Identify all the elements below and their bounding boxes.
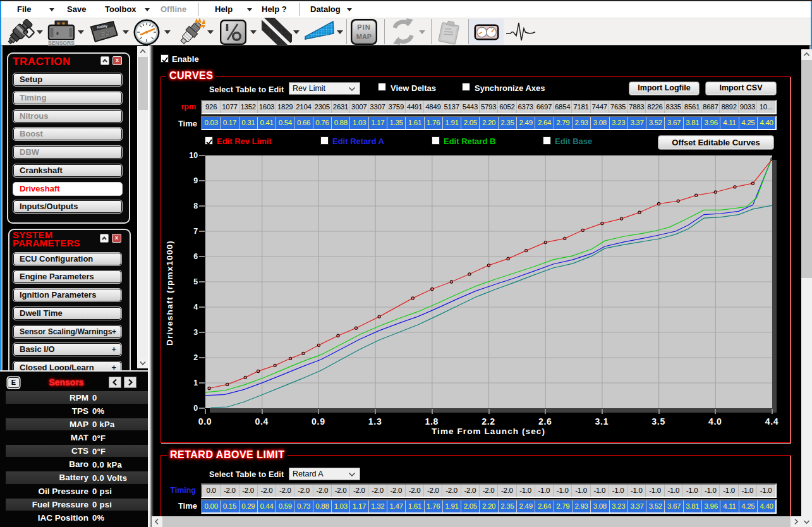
svg-text:MAP: MAP: [356, 33, 372, 40]
svg-text:SENSORS: SENSORS: [48, 40, 75, 45]
svg-text:EFI: EFI: [99, 30, 111, 39]
svg-text:PIN: PIN: [357, 23, 370, 31]
